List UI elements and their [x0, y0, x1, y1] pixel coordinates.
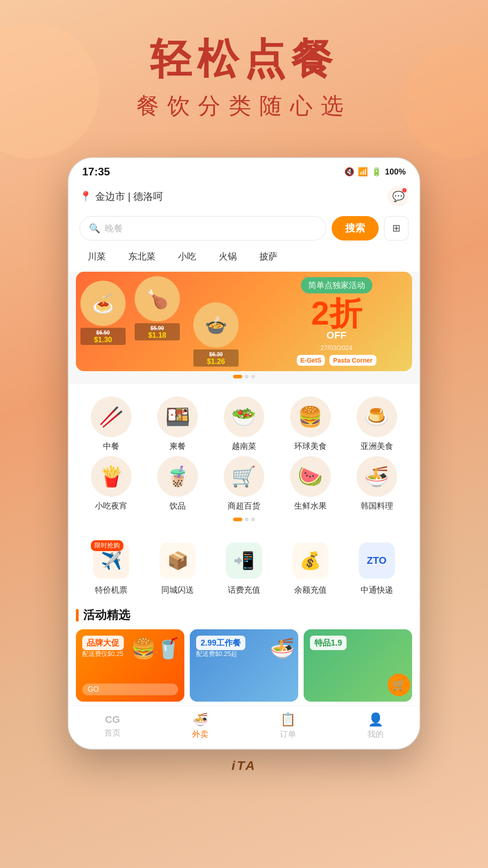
food-price-2: $5.90 $1.18: [135, 323, 180, 340]
status-time: 17:35: [82, 165, 110, 178]
food-cat-icon-8: 🛒: [224, 456, 264, 497]
activity-card-1-content: 品牌大促 配送费仅$0.25 🍔🥤 GO: [76, 629, 184, 702]
food-price-1: $6.50 $1.30: [80, 328, 126, 345]
search-input-wrapper[interactable]: 🔍 晚餐: [80, 216, 326, 241]
food-cat-snacks[interactable]: 🍟 小吃夜宵: [80, 456, 142, 511]
service-zto[interactable]: ZTO 中通快递: [346, 540, 408, 595]
grid-dot-3: [251, 518, 255, 521]
cat-tag-dongbeicai[interactable]: 东北菜: [120, 248, 164, 265]
cat-tag-pisa[interactable]: 披萨: [251, 248, 286, 265]
activity-card-3-label: 特品1.9: [310, 636, 347, 650]
activity-card-1[interactable]: 品牌大促 配送费仅$0.25 🍔🥤 GO: [76, 629, 184, 702]
cat-tag-chuancai[interactable]: 川菜: [80, 248, 114, 265]
service-icon-wrap-1: ✈️ 限时抢购: [91, 540, 131, 581]
category-tags: 川菜 东北菜 小吃 火锅 披萨: [69, 246, 419, 272]
hero-title: 轻松点餐: [18, 36, 470, 82]
food-cat-icon-5: 🍮: [357, 396, 397, 437]
service-flights[interactable]: ✈️ 限时抢购 特价机票: [80, 540, 142, 595]
food-cat-label-9: 生鲜水果: [294, 500, 327, 511]
search-area: 🔍 晚餐 搜索 ⊞: [69, 212, 419, 246]
food-cat-fresh[interactable]: 🍉 生鲜水果: [279, 456, 341, 511]
food-cat-icon-6: 🍟: [91, 456, 131, 497]
bottom-navigation: CG 首页 🍜 外卖 📋 订单 👤 我的: [69, 705, 419, 749]
cat-tag-xiaochi[interactable]: 小吃: [170, 248, 204, 265]
promo-logos: E-GetS Pasta Corner: [297, 355, 376, 366]
promo-tag: 简单点独家活动: [301, 277, 372, 293]
service-icon-wrap-5: ZTO: [357, 540, 397, 581]
activity-card-3-content: 特品1.9 🛒: [304, 629, 412, 702]
nav-profile-label: 我的: [367, 729, 384, 740]
search-button[interactable]: 搜索: [332, 216, 379, 241]
activity-card-1-label: 品牌大促: [82, 636, 124, 650]
service-icon-wrap-3: 📲: [224, 540, 264, 581]
food-cat-icon-9: 🍉: [290, 456, 331, 497]
food-cat-zhongcan[interactable]: 🥢 中餐: [80, 396, 142, 452]
service-label-4: 余额充值: [294, 585, 327, 595]
grid-pagination-dots: [80, 518, 408, 521]
food-cat-jiancan[interactable]: 🍱 柬餐: [147, 396, 209, 452]
promo-banner[interactable]: 🍝 $6.50 $1.30 🍗 $5.90 $1.18: [76, 272, 412, 371]
banner-area: 🍝 $6.50 $1.30 🍗 $5.90 $1.18: [69, 272, 419, 384]
scan-button[interactable]: ⊞: [384, 216, 408, 241]
nav-waimai-label: 外卖: [192, 729, 208, 740]
food-image-2: 🍗: [135, 276, 180, 321]
app-header: 📍 金边市 | 德洛呵 💬: [69, 182, 419, 212]
food-cat-label-1: 中餐: [103, 441, 119, 452]
activity-card-3-cart: 🛒: [388, 674, 410, 696]
nav-waimai-icon: 🍜: [192, 712, 208, 727]
message-icon: 💬: [392, 191, 404, 203]
nav-home[interactable]: CG 首页: [69, 714, 156, 738]
activity-card-1-go: GO: [82, 684, 178, 695]
nav-orders-icon: 📋: [280, 712, 296, 727]
promo-off: OFF: [327, 330, 347, 341]
food-cat-vietnam[interactable]: 🥗 越南菜: [213, 396, 275, 452]
search-placeholder: 晚餐: [105, 222, 123, 235]
service-label-3: 话费充值: [228, 585, 260, 595]
activity-cards: 品牌大促 配送费仅$0.25 🍔🥤 GO 2.99工作餐 配送费$0.25起 🍜: [76, 629, 412, 702]
food-cat-label-7: 饮品: [169, 500, 186, 511]
service-delivery[interactable]: 📦 同城闪送: [147, 540, 209, 595]
grid-dot-1: [233, 518, 242, 521]
service-balance[interactable]: 💰 余额充值: [279, 540, 341, 595]
banner-dot-3: [251, 375, 255, 378]
promo-logo-egets: E-GetS: [297, 355, 325, 366]
cat-tag-huoguo[interactable]: 火锅: [211, 248, 245, 265]
promo-logo-pasta: Pasta Corner: [329, 355, 376, 366]
scan-icon: ⊞: [392, 222, 400, 234]
food-price-3: $6.30 $1.26: [193, 349, 239, 367]
nav-orders[interactable]: 📋 订单: [244, 712, 332, 740]
activity-section: 活动精选 品牌大促 配送费仅$0.25 🍔🥤 GO: [76, 607, 412, 702]
location-icon: 📍: [80, 191, 92, 203]
service-topup[interactable]: 📲 话费充值: [213, 540, 275, 595]
status-icons: 🔇 📶 🔋 100%: [344, 167, 406, 177]
food-cat-label-5: 亚洲美食: [361, 441, 393, 452]
mute-icon: 🔇: [344, 167, 354, 177]
message-button[interactable]: 💬: [388, 186, 408, 207]
service-section: ✈️ 限时抢购 特价机票 📦 同城闪送 📲 话费充值: [76, 532, 412, 604]
food-cat-drinks[interactable]: 🧋 饮品: [147, 456, 209, 511]
hero-subtitle: 餐饮分类随心选: [18, 91, 470, 121]
service-badge-1: 限时抢购: [91, 540, 123, 551]
activity-title: 活动精选: [83, 607, 130, 623]
service-label-1: 特价机票: [95, 585, 127, 595]
food-cat-korean[interactable]: 🍜 韩国料理: [346, 456, 408, 511]
nav-profile[interactable]: 👤 我的: [332, 712, 419, 740]
activity-card-3[interactable]: 特品1.9 🛒: [304, 629, 412, 702]
service-label-2: 同城闪送: [161, 585, 194, 595]
food-categories-grid: 🥢 中餐 🍱 柬餐 🥗 越南菜 🍔 环球美食 🍮 亚洲美食: [80, 396, 408, 511]
food-cat-label-4: 环球美食: [294, 441, 327, 452]
nav-profile-icon: 👤: [368, 712, 384, 727]
food-cat-world[interactable]: 🍔 环球美食: [279, 396, 341, 452]
food-cat-label-10: 韩国料理: [361, 500, 393, 511]
search-icon: 🔍: [89, 223, 100, 234]
nav-waimai[interactable]: 🍜 外卖: [156, 712, 244, 740]
food-image-1: 🍝: [80, 281, 126, 326]
activity-card-2[interactable]: 2.99工作餐 配送费$0.25起 🍜: [190, 629, 298, 702]
service-icon-wrap-2: 📦: [157, 540, 198, 581]
food-cat-supermarket[interactable]: 🛒 商超百货: [213, 456, 275, 511]
activity-header: 活动精选: [76, 607, 412, 623]
location-area[interactable]: 📍 金边市 | 德洛呵: [80, 190, 163, 203]
food-cat-icon-7: 🧋: [157, 456, 198, 497]
food-image-3: 🍲: [193, 302, 239, 348]
food-cat-asian[interactable]: 🍮 亚洲美食: [346, 396, 408, 452]
